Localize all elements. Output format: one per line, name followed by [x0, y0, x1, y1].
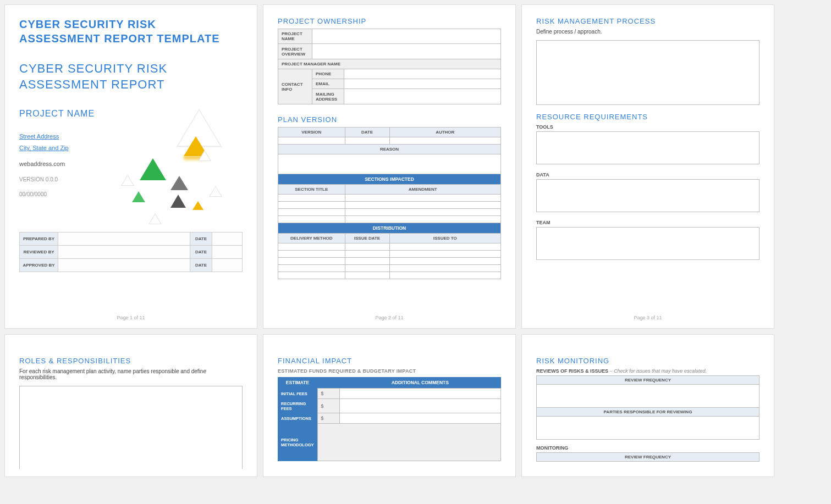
version-label: VERSION 0.0.0 — [19, 174, 99, 185]
pm-name-label: PROJECT MANAGER NAME — [278, 59, 501, 69]
table-cell — [278, 272, 345, 279]
roles-description: For each risk management plan activity, … — [19, 368, 243, 380]
comments-cell — [339, 413, 500, 424]
recurring-fees-label: RECURRING FEES — [278, 399, 317, 413]
page-1: CYBER SECURITY RISK ASSESSMENT REPORT TE… — [4, 4, 257, 329]
project-ownership-heading: PROJECT OWNERSHIP — [278, 17, 501, 25]
resource-requirements-heading: RESOURCE REQUIREMENTS — [536, 113, 760, 121]
report-title-line1: CYBER SECURITY RISK — [19, 61, 243, 77]
dollar-cell: $ — [317, 389, 339, 399]
reviews-title: REVIEWS OF RISKS & ISSUES — [536, 368, 608, 374]
template-title-line1: CYBER SECURITY RISK — [19, 17, 243, 31]
team-box — [536, 227, 760, 260]
reviews-hint: – Check for issues that may have escalat… — [608, 368, 707, 374]
team-label: TEAM — [536, 220, 760, 225]
table-cell — [278, 137, 345, 145]
data-box — [536, 179, 760, 212]
version-header: VERSION — [278, 128, 345, 137]
date-value — [212, 259, 243, 272]
pricing-cell — [317, 424, 500, 461]
plan-version-heading: PLAN VERSION — [278, 115, 501, 124]
triangle-icon — [198, 150, 211, 161]
triangle-icon — [121, 175, 134, 186]
review-frequency-header: REVIEW FREQUENCY — [537, 376, 760, 385]
reviewed-by-label: REVIEWED BY — [20, 246, 58, 259]
table-cell — [345, 137, 389, 145]
project-name-label: PROJECT NAME — [278, 29, 312, 44]
monitoring-table: REVIEW FREQUENCY — [536, 452, 760, 462]
approved-by-value — [58, 259, 190, 272]
monitoring-subheading: MONITORING — [536, 445, 760, 451]
web-address: webaddress.com — [19, 158, 99, 170]
cover-artwork — [115, 131, 243, 224]
table-cell — [345, 265, 389, 272]
page-4: ROLES & RESPONSIBILITIES For each risk m… — [4, 334, 257, 477]
table-cell — [278, 209, 345, 216]
triangle-icon — [132, 191, 145, 202]
table-cell — [345, 251, 389, 258]
report-title-line2: ASSESSMENT REPORT — [19, 77, 243, 93]
date-header: DATE — [345, 128, 389, 137]
date-value — [212, 232, 243, 246]
parties-responsible-cell — [537, 417, 760, 440]
triangle-icon — [148, 213, 162, 224]
page-5: FINANCIAL IMPACT ESTIMATED FUNDS REQUIRE… — [263, 334, 516, 477]
mailing-label: MAILING ADDRESS — [312, 89, 344, 104]
table-cell — [345, 202, 501, 209]
page-footer: Page 2 of 11 — [278, 312, 501, 320]
prepared-by-label: PREPARED BY — [20, 232, 58, 246]
page-footer: Page 3 of 11 — [536, 312, 760, 320]
financial-impact-heading: FINANCIAL IMPACT — [278, 357, 501, 365]
distribution-band: DISTRIBUTION — [278, 223, 501, 234]
table-cell — [278, 251, 345, 258]
email-field — [344, 79, 501, 89]
triangle-icon — [209, 186, 222, 197]
issued-to-header: ISSUED TO — [389, 234, 501, 243]
issue-date-header: ISSUE DATE — [345, 234, 389, 243]
table-cell — [389, 272, 501, 279]
table-cell — [278, 195, 345, 202]
comments-cell — [339, 399, 500, 413]
table-cell — [278, 265, 345, 272]
additional-comments-header: ADDITIONAL COMMENTS — [339, 377, 500, 389]
data-label: DATA — [536, 172, 760, 178]
table-cell — [278, 202, 345, 209]
sections-impacted-band: SECTIONS IMPACTED — [278, 174, 501, 185]
template-title-line2: ASSESSMENT REPORT TEMPLATE — [19, 31, 243, 46]
amendment-header: AMENDMENT — [345, 185, 501, 195]
pricing-methodology-label: PRICING METHODOLOGY — [278, 424, 317, 461]
table-cell — [345, 258, 389, 265]
table-cell — [389, 251, 501, 258]
reason-field — [278, 154, 501, 174]
page-6: RISK MONITORING REVIEWS OF RISKS & ISSUE… — [521, 334, 774, 477]
phone-label: PHONE — [312, 69, 344, 79]
signoff-table: PREPARED BY DATE REVIEWED BY DATE APPROV… — [19, 232, 243, 272]
triangle-icon — [170, 176, 188, 190]
prepared-by-value — [58, 232, 190, 246]
initial-fees-label: INITIAL FEES — [278, 389, 317, 399]
project-overview-label: PROJECT OVERVIEW — [278, 44, 312, 59]
table-cell — [389, 137, 501, 145]
table-cell — [278, 258, 345, 265]
dollar-cell: $ — [317, 413, 339, 424]
contact-info-label: CONTACT INFO — [278, 69, 312, 104]
review-frequency-header: REVIEW FREQUENCY — [537, 453, 760, 462]
author-header: AUTHOR — [389, 128, 501, 137]
rmp-description: Define process / approach. — [536, 29, 760, 35]
city-state-zip: City, State and Zip — [19, 142, 99, 154]
parties-responsible-header: PARTIES RESPONSIBLE FOR REVIEWING — [537, 408, 760, 417]
tools-label: TOOLS — [536, 124, 760, 130]
email-label: EMAIL — [312, 79, 344, 89]
pages-grid: CYBER SECURITY RISK ASSESSMENT REPORT TE… — [4, 4, 827, 477]
date-label: 00/00/0000 — [19, 189, 99, 200]
project-overview-field — [312, 44, 501, 59]
triangle-icon — [192, 201, 203, 210]
risk-management-process-heading: RISK MANAGEMENT PROCESS — [536, 17, 760, 25]
estimate-header: ESTIMATE — [278, 377, 317, 389]
table-cell — [389, 243, 501, 251]
comments-cell — [339, 389, 500, 399]
address-block: Street Address City, State and Zip webad… — [19, 131, 99, 224]
reviewed-by-value — [58, 246, 190, 259]
date-label: DATE — [190, 246, 212, 259]
triangle-icon — [170, 195, 186, 208]
